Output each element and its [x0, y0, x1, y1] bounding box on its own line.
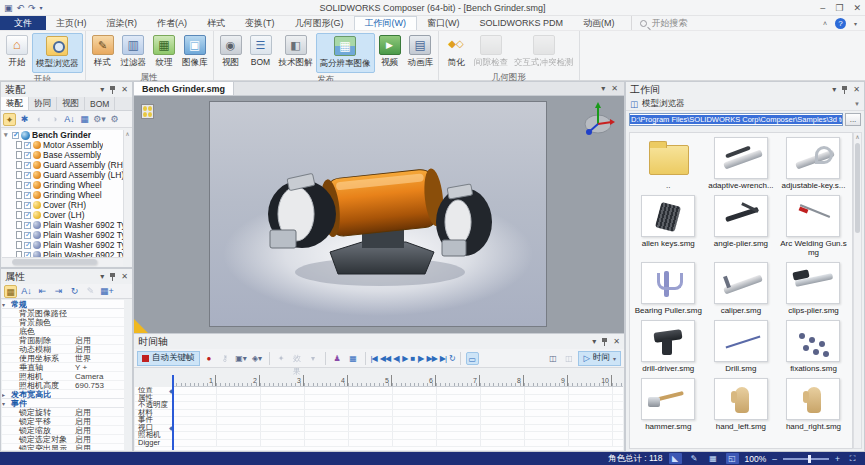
tree-item[interactable]: Plain Washer 6902 Type Al	[2, 220, 123, 230]
pin-icon[interactable]	[109, 272, 116, 281]
file-item[interactable]: clips-plier.smg	[777, 262, 850, 315]
ribbon-tab[interactable]: 作者(A)	[147, 16, 197, 30]
actor-filter-icon[interactable]: ✱	[18, 113, 31, 126]
zoom-fit-icon[interactable]: ◫	[562, 352, 575, 365]
file-item[interactable]: hammer.smg	[632, 378, 705, 431]
zoom-slider[interactable]	[783, 458, 829, 460]
render-area[interactable]	[209, 101, 547, 327]
category-expander-icon[interactable]	[2, 301, 9, 308]
viewport-grid-icon[interactable]	[141, 104, 154, 119]
assembly-tab[interactable]: 视图	[57, 97, 85, 110]
select-cursor-icon[interactable]: ◣	[669, 453, 682, 464]
tree-item[interactable]: Grinding Wheel	[2, 190, 123, 200]
tree-item[interactable]: Plain Washer 6902 Type Al	[2, 230, 123, 240]
skip-end-icon[interactable]: ▶|	[440, 354, 446, 363]
effects-icon[interactable]: ✦	[275, 352, 288, 365]
search-box[interactable]: 开始搜索	[631, 16, 761, 30]
file-item[interactable]: fixations.smg	[777, 320, 850, 373]
track-lane[interactable]	[172, 387, 623, 394]
time-mode-button[interactable]: ▷ 时间 ▾	[578, 351, 621, 366]
tree-root-item[interactable]: ▾ Bench Grinder	[2, 130, 123, 140]
show-icon[interactable]: ◑	[48, 113, 61, 126]
tree-item[interactable]: Plain Washer 6902 Type Al	[2, 250, 123, 257]
collapse-ribbon-icon[interactable]: ˄	[823, 20, 827, 27]
ribbon-button[interactable]: 样式	[88, 33, 118, 71]
tree-checkbox[interactable]	[24, 212, 31, 219]
panel-menu-icon[interactable]: ▾	[100, 272, 104, 281]
file-item[interactable]: Arc Welding Gun.smg	[777, 195, 850, 257]
paint-selection-icon[interactable]: ✦	[3, 113, 16, 126]
tree-item[interactable]: Guard Assembly (LH)	[2, 170, 123, 180]
file-item[interactable]: adjustable-key.s...	[777, 137, 850, 190]
file-item[interactable]: hand_right.smg	[777, 378, 850, 431]
tree-checkbox[interactable]	[24, 192, 31, 199]
timeline-track-row[interactable]: 照相机 ◆	[135, 432, 623, 440]
file-item[interactable]: drill-driver.smg	[632, 320, 705, 373]
ribbon-button[interactable]: 模型浏览器	[32, 33, 83, 73]
playhead[interactable]	[172, 375, 174, 450]
step-back-icon[interactable]: ◀|	[393, 354, 399, 363]
time-grid-icon[interactable]: ▦	[347, 352, 360, 365]
tree-checkbox[interactable]	[24, 172, 31, 179]
property-row[interactable]: 锁定突出显示 启用 ▼	[2, 444, 124, 450]
tree-item[interactable]: Motor Assembly	[2, 140, 123, 150]
workshop-mode-selector[interactable]: ◫ 模型浏览器 ▼	[626, 97, 864, 111]
tree-item[interactable]: Guard Assembly (RH)	[2, 160, 123, 170]
position-key-icon[interactable]: ▣▾	[235, 352, 248, 365]
tree-item[interactable]: Base Assembly	[2, 150, 123, 160]
property-value[interactable]: Y + ▼	[67, 363, 124, 372]
track-lane[interactable]	[172, 432, 623, 439]
ribbon-button[interactable]: 开始	[2, 33, 32, 73]
axis-triad[interactable]	[582, 100, 616, 138]
actor-clock-icon[interactable]: ♟	[331, 352, 344, 365]
tree-item[interactable]: Cover (RH)	[2, 200, 123, 210]
rewind-icon[interactable]: ◀◀	[380, 354, 390, 363]
grid-view-icon[interactable]: ▦	[4, 285, 17, 298]
auto-keyframe-button[interactable]: 自动关键帧	[137, 351, 200, 366]
tree-checkbox[interactable]	[24, 152, 31, 159]
track-lane[interactable]	[172, 417, 623, 424]
pin-icon[interactable]	[601, 337, 608, 346]
stop-icon[interactable]: ■	[410, 354, 414, 363]
ribbon-tab[interactable]: 变换(T)	[235, 16, 285, 30]
ribbon-button[interactable]: 高分辨率图像	[316, 33, 375, 73]
panel-close-icon[interactable]: ✕	[613, 337, 620, 346]
tree-item[interactable]: Cover (LH)	[2, 210, 123, 220]
timeline-track-row[interactable]: 视口 ◆	[135, 425, 623, 433]
ribbon-button[interactable]: 技术图解	[276, 33, 316, 73]
file-item[interactable]: adaptive-wrench...	[705, 137, 778, 190]
help-icon[interactable]: ?	[835, 18, 846, 29]
ribbon-tab[interactable]: SOLIDWORKS PDM	[470, 16, 574, 30]
skip-start-icon[interactable]: |◀	[371, 354, 377, 363]
tree-vertical-scrollbar[interactable]: ∧	[123, 130, 131, 257]
path-combobox[interactable]: D:\Program Files\SOLIDWORKS Corp\Compose…	[629, 113, 843, 126]
ribbon-button[interactable]: 视频	[375, 33, 405, 73]
file-item[interactable]: caliper.smg	[705, 262, 778, 315]
file-item[interactable]: Bearing Puller.smg	[632, 262, 705, 315]
pin-icon[interactable]	[109, 85, 116, 94]
panel-menu-icon[interactable]: ▾	[100, 85, 104, 94]
close-button[interactable]: ✕	[853, 3, 861, 13]
ribbon-tab[interactable]: 主页(H)	[46, 16, 97, 30]
timeline-track-row[interactable]: 不透明度 ◆	[135, 402, 623, 410]
redo-icon[interactable]: ↷	[28, 1, 36, 15]
tree-checkbox[interactable]	[24, 182, 31, 189]
sort-az-icon[interactable]: A↓	[63, 113, 76, 126]
edit-icon[interactable]: ✎	[84, 285, 97, 298]
track-lane[interactable]	[172, 402, 623, 409]
ribbon-tab[interactable]: 渲染(R)	[97, 16, 148, 30]
mode-dropdown-icon[interactable]: ▼	[854, 101, 860, 107]
file-grid-scrollbar[interactable]: ∧	[853, 132, 862, 449]
ribbon-tab[interactable]: 窗口(W)	[417, 16, 470, 30]
ribbon-button[interactable]: 过滤器	[118, 33, 150, 71]
hide-icon[interactable]: ◐	[33, 113, 46, 126]
zoom-in-button[interactable]: +	[835, 454, 840, 464]
panel-close-icon[interactable]: ✕	[121, 272, 128, 281]
tree-item[interactable]: Plain Washer 6902 Type Al	[2, 240, 123, 250]
browse-button[interactable]: ...	[845, 113, 861, 126]
category-expander-icon[interactable]	[2, 391, 9, 398]
sort-az-icon[interactable]: A↓	[20, 285, 33, 298]
file-item[interactable]: ..	[632, 137, 705, 190]
file-item[interactable]: hand_left.smg	[705, 378, 778, 431]
ribbon-tab[interactable]: 工作间(W)	[354, 16, 418, 30]
